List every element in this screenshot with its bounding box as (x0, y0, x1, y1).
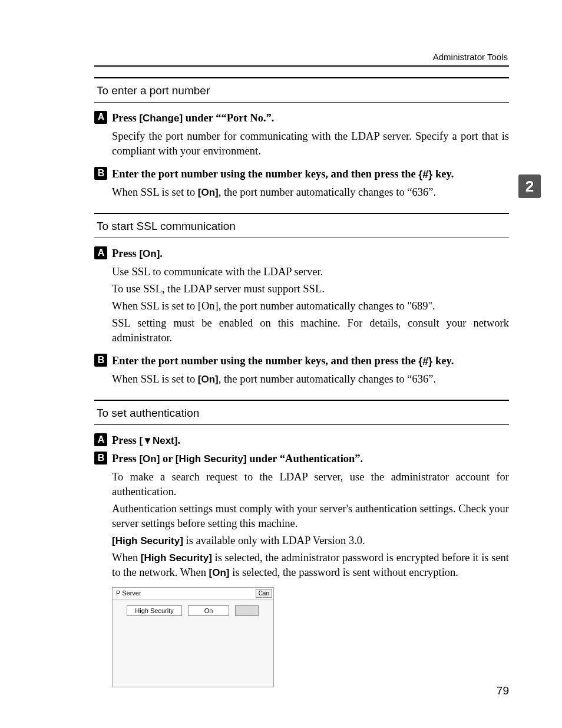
step-number-icon: B (94, 354, 107, 367)
step-number-icon: A (94, 111, 107, 124)
hash-key-icon: {#} (418, 167, 432, 182)
step-body: To make a search request to the LDAP ser… (112, 470, 509, 499)
step-body: Authentication settings must comply with… (112, 502, 509, 531)
step-number-icon: A (94, 246, 107, 259)
section-rule-top (94, 213, 509, 214)
step-body: When SSL is set to [On], the port number… (112, 185, 509, 200)
step: A Press [Change] under ““Port No.”. Spec… (94, 111, 509, 159)
screenshot-selected-button[interactable] (235, 605, 259, 616)
step-instruction: Press [On] or [High Security] under “Aut… (112, 452, 363, 466)
step-body: Use SSL to communicate with the LDAP ser… (112, 265, 509, 279)
section-rule-bottom (94, 424, 509, 425)
step-number-icon: B (94, 167, 107, 180)
device-screenshot: P Server Can High Security On (112, 587, 274, 687)
section-rule-top (94, 400, 509, 401)
screenshot-title: P Server (116, 589, 141, 597)
step-body: When SSL is set to [On], the port number… (112, 372, 509, 387)
screenshot-on-button[interactable]: On (188, 605, 229, 616)
step-instruction: Press [Change] under ““Port No.”. (112, 111, 274, 126)
section-rule-bottom (94, 102, 509, 103)
step-body: When [High Security] is selected, the ad… (112, 551, 509, 580)
section-title: To start SSL communication (97, 220, 509, 233)
chapter-tab: 2 (518, 174, 541, 198)
step-instruction: Enter the port number using the number k… (112, 167, 454, 182)
step: B Enter the port number using the number… (94, 354, 509, 387)
step-body: [High Security] is available only with L… (112, 533, 509, 548)
step-instruction: Enter the port number using the number k… (112, 354, 454, 368)
section-rule-top (94, 77, 509, 78)
page-number: 79 (497, 684, 509, 697)
screenshot-titlebar: P Server Can (113, 588, 273, 599)
step-body: SSL setting must be enabled on this mach… (112, 316, 509, 345)
hash-key-icon: {#} (418, 354, 432, 368)
step-body: Specify the port number for communicatin… (112, 129, 509, 159)
step-instruction: Press [▼Next]. (112, 433, 180, 448)
section-title: To set authentication (97, 407, 509, 420)
header-label: Administrator Tools (94, 52, 509, 62)
section-title: To enter a port number (97, 84, 509, 97)
screenshot-cancel-button[interactable]: Can (256, 589, 272, 598)
step: B Enter the port number using the number… (94, 167, 509, 200)
step: B Press [On] or [High Security] under “A… (94, 452, 509, 687)
step: A Press [On]. Use SSL to communicate wit… (94, 246, 509, 345)
step-number-icon: B (94, 452, 107, 465)
screenshot-high-security-button[interactable]: High Security (127, 605, 182, 616)
step-number-icon: A (94, 433, 107, 446)
step: A Press [▼Next]. (94, 433, 509, 448)
step-body: To use SSL, the LDAP server must support… (112, 282, 509, 297)
step-instruction: Press [On]. (112, 246, 163, 261)
section-rule-bottom (94, 238, 509, 238)
step-body: When SSL is set to [On], the port number… (112, 299, 509, 314)
